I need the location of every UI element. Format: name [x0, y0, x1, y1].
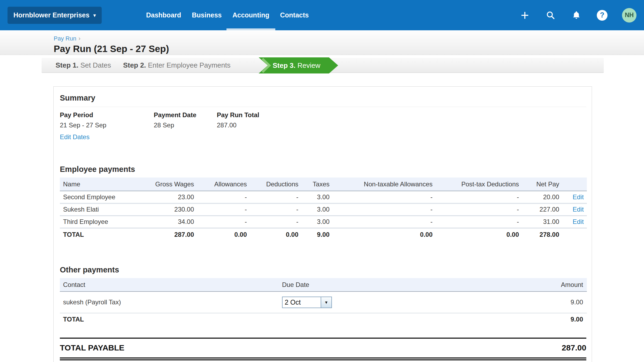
other-table-header: Contact Due Date Amount [60, 278, 587, 291]
due-date-value: 2 Oct [283, 297, 321, 308]
employee-table-header: Name Gross Wages Allowances Deductions T… [60, 178, 587, 191]
table-row: sukesh (Payroll Tax) 2 Oct ▼ 9.00 [60, 291, 587, 313]
nav-utilities: + ? NH [519, 8, 644, 23]
employee-total-row: TOTAL 287.00 0.00 0.00 9.00 0.00 0.00 27… [60, 228, 587, 241]
summary-fields: Pay Period 21 Sep - 27 Sep Edit Dates Pa… [60, 111, 586, 141]
plus-icon: + [521, 10, 529, 21]
pay-run-review-card: Summary Pay Period 21 Sep - 27 Sep Edit … [53, 86, 592, 362]
edit-row-link[interactable]: Edit [573, 206, 584, 213]
help-icon: ? [597, 10, 608, 21]
other-total-row: TOTAL 9.00 [60, 313, 587, 326]
add-new-button[interactable]: + [519, 9, 531, 21]
avatar[interactable]: NH [622, 8, 636, 23]
step-2-enter-employee-payments[interactable]: Step 2. Enter Employee Payments [123, 61, 230, 69]
search-icon [546, 10, 555, 20]
step-1-set-dates[interactable]: Step 1. Set Dates [56, 61, 111, 69]
nav-item-contacts[interactable]: Contacts [275, 0, 314, 30]
org-name: Hornblower Enterprises [13, 11, 89, 19]
wizard-steps-bar: Step 1. Set Dates Step 2. Enter Employee… [42, 58, 604, 73]
breadcrumb-link-pay-run[interactable]: Pay Run [54, 35, 76, 42]
due-date-dropdown[interactable]: 2 Oct ▼ [282, 297, 332, 308]
avatar-initials: NH [625, 12, 634, 19]
employee-payments-heading: Employee payments [60, 165, 586, 174]
other-payments-heading: Other payments [60, 265, 586, 274]
title-band: Pay Run› Pay Run (21 Sep - 27 Sep) [0, 30, 644, 55]
field-payment-date: Payment Date 28 Sep [154, 111, 217, 141]
field-pay-period: Pay Period 21 Sep - 27 Sep Edit Dates [60, 111, 154, 141]
chevron-down-icon: ▾ [93, 13, 96, 18]
summary-heading: Summary [60, 94, 586, 107]
edit-dates-link[interactable]: Edit Dates [60, 133, 90, 141]
edit-row-link[interactable]: Edit [573, 193, 584, 201]
field-pay-run-total: Pay Run Total 287.00 [217, 111, 259, 141]
total-payable-label: TOTAL PAYABLE [60, 343, 125, 352]
table-row: Third Employee 34.00 - - 3.00 - - 31.00 … [60, 216, 587, 228]
step-3-review-current[interactable]: Step 3. Review [259, 57, 338, 73]
top-nav-bar: Hornblower Enterprises ▾ Dashboard Busin… [0, 0, 644, 30]
breadcrumb-separator: › [78, 35, 80, 42]
employee-payments-table: Name Gross Wages Allowances Deductions T… [60, 178, 587, 241]
table-row: Sukesh Elati 230.00 - - 3.00 - - 227.00 … [60, 203, 587, 216]
chevron-right-icon [260, 58, 272, 73]
nav-item-dashboard[interactable]: Dashboard [141, 0, 186, 30]
table-row: Second Employee 23.00 - - 3.00 - - 20.00… [60, 191, 587, 203]
search-button[interactable] [545, 9, 557, 21]
nav-item-business[interactable]: Business [186, 0, 227, 30]
breadcrumb: Pay Run› [54, 35, 644, 42]
edit-row-link[interactable]: Edit [573, 218, 584, 225]
total-payable-amount: 287.00 [562, 343, 586, 352]
nav-item-accounting[interactable]: Accounting [227, 0, 275, 30]
total-payable-row: TOTAL PAYABLE 287.00 [60, 338, 586, 360]
notifications-button[interactable] [570, 9, 582, 21]
org-switcher-button[interactable]: Hornblower Enterprises ▾ [8, 7, 102, 24]
bell-icon [572, 10, 581, 20]
help-button[interactable]: ? [596, 9, 608, 21]
dropdown-arrow-icon[interactable]: ▼ [321, 297, 331, 308]
page-title: Pay Run (21 Sep - 27 Sep) [54, 43, 644, 54]
other-payments-table: Contact Due Date Amount sukesh (Payroll … [60, 278, 587, 326]
main-menu: Dashboard Business Accounting Contacts [141, 0, 314, 30]
